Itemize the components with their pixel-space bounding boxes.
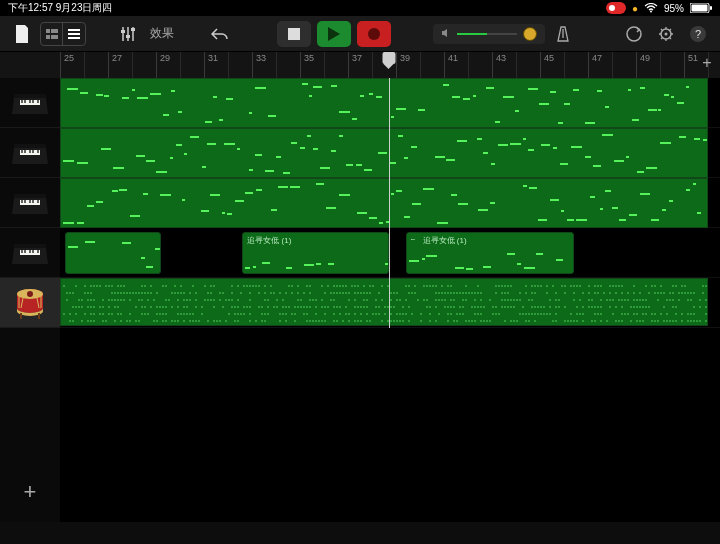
- ruler-tick: [276, 52, 280, 78]
- track-lanes[interactable]: 追寻女低 (1)···追寻女低 (1): [60, 78, 720, 522]
- svg-rect-11: [68, 33, 80, 35]
- playhead-marker[interactable]: [382, 52, 395, 64]
- ruler-tick: 25: [60, 52, 74, 78]
- track-lane[interactable]: [60, 278, 720, 328]
- mixer-button[interactable]: [114, 20, 142, 48]
- ruler-tick: [468, 52, 472, 78]
- volume-knob-icon[interactable]: [523, 27, 537, 41]
- midi-region[interactable]: [60, 78, 708, 128]
- svg-point-1: [609, 5, 615, 11]
- svg-rect-13: [121, 30, 125, 33]
- ruler-tick: [180, 52, 184, 78]
- undo-button[interactable]: [206, 20, 234, 48]
- battery-icon: [690, 3, 712, 13]
- ruler-tick: [132, 52, 136, 78]
- midi-preview: [66, 233, 160, 273]
- view-mode-toggle[interactable]: [40, 22, 86, 46]
- midi-preview: [61, 179, 707, 227]
- svg-rect-9: [51, 35, 58, 39]
- tracks-area: 追寻女低 (1)···追寻女低 (1) +: [0, 78, 720, 522]
- svg-rect-15: [131, 28, 135, 31]
- metronome-button[interactable]: [549, 20, 577, 48]
- midi-preview: [61, 79, 707, 127]
- track-header[interactable]: [0, 278, 60, 328]
- settings-button[interactable]: [652, 20, 680, 48]
- ruler-tick: 37: [348, 52, 362, 78]
- midi-preview: [243, 233, 387, 273]
- svg-rect-38: [20, 313, 22, 319]
- ruler-tick: 47: [588, 52, 602, 78]
- svg-rect-25: [45, 114, 48, 118]
- midi-preview: [407, 233, 573, 273]
- ruler-tick: [228, 52, 232, 78]
- ruler-tick: [516, 52, 520, 78]
- svg-rect-8: [46, 35, 50, 39]
- playhead-line[interactable]: [389, 78, 390, 328]
- midi-preview: [61, 129, 707, 177]
- midi-region[interactable]: 追寻女低 (1): [242, 232, 388, 274]
- ruler-tick: [324, 52, 328, 78]
- track-lane[interactable]: [60, 78, 720, 128]
- ruler-tick: 43: [492, 52, 506, 78]
- sync-icon: ●: [632, 3, 638, 14]
- play-button[interactable]: [317, 21, 351, 47]
- help-button[interactable]: ?: [684, 20, 712, 48]
- ruler-tick: 29: [156, 52, 170, 78]
- ruler-tick: [372, 52, 376, 78]
- track-header[interactable]: [0, 78, 60, 128]
- piano-icon: [10, 135, 50, 171]
- midi-region[interactable]: ···追寻女低 (1): [406, 232, 574, 274]
- ruler-tick: 31: [204, 52, 218, 78]
- effects-button[interactable]: 效果: [146, 25, 178, 42]
- record-button[interactable]: [357, 21, 391, 47]
- transport-controls: [277, 21, 391, 47]
- svg-rect-28: [45, 164, 48, 168]
- loop-browser-button[interactable]: [620, 20, 648, 48]
- status-bar: 下午12:57 9月23日周四 ● 95%: [0, 0, 720, 16]
- svg-rect-7: [51, 29, 58, 33]
- midi-region[interactable]: [60, 128, 708, 178]
- timeline-ruler[interactable]: 2527293133353739414345474951: [0, 52, 720, 78]
- svg-point-2: [650, 11, 652, 13]
- stop-button[interactable]: [277, 21, 311, 47]
- svg-rect-33: [12, 264, 15, 268]
- track-headers: [0, 78, 60, 522]
- ruler-tick: 49: [636, 52, 650, 78]
- view-mode-tracks-icon[interactable]: [63, 23, 85, 45]
- status-time-date: 下午12:57 9月23日周四: [8, 1, 113, 15]
- svg-rect-4: [692, 5, 708, 12]
- ruler-tick: [612, 52, 616, 78]
- battery-pct: 95%: [664, 3, 684, 14]
- midi-region[interactable]: [60, 278, 708, 326]
- svg-rect-31: [45, 214, 48, 218]
- svg-rect-27: [12, 164, 15, 168]
- piano-icon: [10, 185, 50, 221]
- track-lane[interactable]: 追寻女低 (1)···追寻女低 (1): [60, 228, 720, 278]
- svg-rect-6: [46, 29, 50, 33]
- svg-rect-5: [710, 6, 712, 10]
- ruler-tick: [84, 52, 88, 78]
- track-header[interactable]: [0, 228, 60, 278]
- ruler-tick: [420, 52, 424, 78]
- song-file-button[interactable]: [8, 20, 36, 48]
- master-volume-slider[interactable]: [433, 24, 545, 44]
- midi-region[interactable]: [60, 178, 708, 228]
- track-lane[interactable]: [60, 128, 720, 178]
- ruler-tick: 33: [252, 52, 266, 78]
- track-header[interactable]: [0, 128, 60, 178]
- toolbar: 效果 ?: [0, 16, 720, 52]
- track-lane[interactable]: [60, 178, 720, 228]
- add-track-top-button[interactable]: +: [698, 54, 716, 72]
- midi-region[interactable]: [65, 232, 161, 274]
- svg-rect-16: [288, 28, 300, 40]
- view-mode-grid-icon[interactable]: [41, 23, 63, 45]
- track-header[interactable]: [0, 178, 60, 228]
- drum-icon: [10, 285, 50, 321]
- svg-point-20: [664, 32, 667, 35]
- svg-rect-14: [126, 35, 130, 38]
- svg-rect-12: [68, 37, 80, 39]
- svg-rect-24: [12, 114, 15, 118]
- ruler-tick: [564, 52, 568, 78]
- ruler-tick: 35: [300, 52, 314, 78]
- add-track-button[interactable]: +: [18, 480, 42, 504]
